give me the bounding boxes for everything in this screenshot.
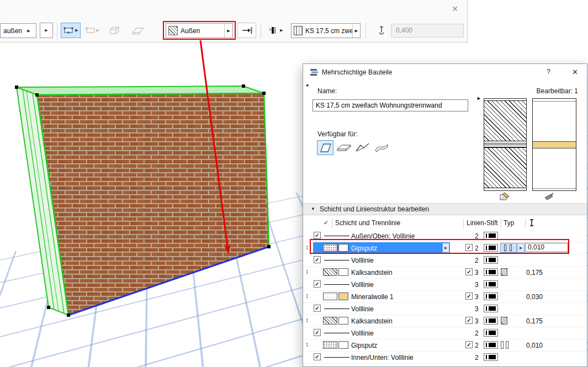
layer-surface-swatch[interactable]: [338, 341, 348, 349]
pen-checkbox[interactable]: ✓: [465, 244, 473, 251]
layer-surface-swatch[interactable]: [338, 292, 348, 300]
type-combo[interactable]: [500, 243, 517, 253]
type-popup-arrow-icon[interactable]: ▶: [517, 243, 525, 253]
pen-number: 3: [475, 269, 479, 276]
separator-line-row[interactable]: ✓Volllinie2: [303, 254, 587, 267]
favorites-combo[interactable]: außen ▶: [0, 23, 36, 38]
pen-checkbox[interactable]: ✓: [465, 292, 473, 300]
core-type-icon[interactable]: [501, 317, 507, 325]
dialog-titlebar[interactable]: Mehrschichtige Bauteile ? ✕: [303, 64, 587, 81]
layer-fill-swatch[interactable]: [323, 341, 337, 349]
fill-combo-value: Außen: [178, 27, 203, 35]
geometry-method-2-button[interactable]: ▶: [83, 23, 102, 38]
layer-fill-swatch[interactable]: [323, 244, 337, 252]
composite-name-input[interactable]: [312, 99, 468, 111]
drag-handle-icon[interactable]: ↕: [305, 341, 309, 348]
pen-number: 2: [475, 329, 479, 337]
dialog-title: Mehrschichtige Bauteile: [322, 68, 392, 76]
layer-row[interactable]: ↕Mineralwolle 1✓30,030: [303, 291, 587, 303]
pen-preview[interactable]: [484, 305, 498, 312]
available-wall-toggle[interactable]: [317, 140, 333, 155]
reference-line-button[interactable]: ▶: [265, 23, 287, 38]
row-label: Außen/Oben: Volllinie: [351, 232, 415, 240]
finish-type-icon[interactable]: [506, 341, 508, 349]
favorites-combo-arrow-icon: ▶: [25, 29, 33, 33]
wall-reference-icon: [269, 26, 279, 35]
geometry-method-button[interactable]: ▶: [61, 23, 81, 38]
line-type-sample: [324, 236, 349, 236]
toolbar-close-icon[interactable]: ✕: [452, 4, 458, 13]
orientation-button[interactable]: [237, 23, 256, 38]
separator-checkbox[interactable]: ✓: [314, 305, 321, 312]
fill-hatch-swatch-icon: [168, 26, 178, 35]
pen-preview[interactable]: [484, 329, 498, 337]
separator-line-row[interactable]: ✓Außen/Oben: Volllinie2: [303, 230, 587, 242]
composite-dialog: Mehrschichtige Bauteile ? ✕ ◄ Name: Bear…: [303, 63, 587, 367]
surface-trowel-icon: [544, 192, 554, 201]
wall-front-face[interactable]: [37, 93, 269, 315]
layer-row[interactable]: ↕Gipsputz▶✓2▶0,010: [303, 242, 587, 254]
pen-preview[interactable]: [484, 268, 498, 276]
available-shell-toggle[interactable]: [373, 140, 390, 155]
header-divider: [501, 219, 501, 228]
separator-checkbox[interactable]: ✓: [314, 329, 321, 336]
pen-thick-bar: [489, 294, 496, 299]
drag-handle-icon[interactable]: ↕: [305, 316, 309, 324]
layer-fill-swatch[interactable]: [323, 292, 337, 300]
layer-surface-swatch[interactable]: [338, 268, 348, 276]
fill-combo[interactable]: Außen ▶: [166, 23, 233, 38]
layer-surface-swatch[interactable]: [338, 317, 348, 325]
separator-line-row[interactable]: ✓Volllinie2: [303, 327, 587, 339]
separator-line-row[interactable]: ✓Volllinie3: [303, 303, 587, 315]
separator-checkbox[interactable]: ✓: [314, 353, 321, 360]
layer-fill-swatch[interactable]: [323, 268, 337, 276]
pen-checkbox[interactable]: ✓: [465, 268, 473, 275]
pen-thin-bar: [486, 318, 487, 323]
layer-fill-swatch[interactable]: [323, 317, 337, 325]
composite-combo[interactable]: KS 17,5 cm zweif... ▶: [291, 23, 361, 38]
header-divider: [525, 219, 526, 228]
core-type-icon[interactable]: [501, 268, 507, 276]
box-wall-button[interactable]: [105, 23, 124, 38]
fill-popup-arrow-icon[interactable]: ▶: [442, 243, 449, 253]
section-preview: [484, 98, 527, 191]
help-icon[interactable]: ?: [547, 68, 550, 76]
separator-checkbox[interactable]: ✓: [314, 232, 321, 239]
dialog-close-icon[interactable]: ✕: [572, 68, 578, 76]
separator-checkbox[interactable]: ✓: [314, 280, 321, 288]
pen-preview[interactable]: [484, 280, 498, 288]
pen-preview[interactable]: [484, 292, 498, 300]
layer-row[interactable]: ↕Gipsputz✓20,010: [303, 339, 587, 352]
pen-thin-bar: [486, 233, 487, 238]
layer-row[interactable]: ↕Kalksandstein✓30,175: [303, 315, 587, 327]
pen-thin-bar: [486, 294, 487, 299]
drag-handle-icon[interactable]: ↕: [305, 268, 309, 275]
pen-preview[interactable]: [484, 244, 498, 252]
thickness-input[interactable]: 0,010: [525, 243, 568, 252]
layer-surface-swatch[interactable]: [338, 244, 348, 252]
arrow-right-icon: ▶: [97, 28, 99, 33]
separator-line-row[interactable]: ✓Volllinie3: [303, 279, 587, 291]
offset-value-field[interactable]: 0,400: [391, 24, 464, 38]
finish-type-icon[interactable]: [501, 341, 504, 349]
pen-checkbox[interactable]: ✓: [465, 317, 473, 324]
pen-preview[interactable]: [484, 341, 498, 349]
pen-preview[interactable]: [484, 256, 498, 264]
section-header[interactable]: ▼ Schicht und Linienstruktur bearbeiten: [303, 203, 587, 215]
drag-handle-icon[interactable]: ↕: [305, 292, 309, 300]
pen-preview[interactable]: [484, 232, 498, 240]
separator-line-row[interactable]: ✓Innen/Unten: Volllinie2: [303, 352, 587, 364]
pen-preview[interactable]: [484, 353, 498, 361]
slanted-wall-button[interactable]: [127, 23, 149, 38]
panel-collapse-icon[interactable]: ◄: [305, 83, 309, 88]
favorites-expand-button[interactable]: ▶: [40, 23, 53, 38]
available-slab-toggle[interactable]: [336, 140, 352, 155]
header-divider: [332, 219, 332, 228]
available-roof-toggle[interactable]: [354, 140, 371, 155]
shell-shape-icon: [374, 141, 389, 155]
drag-handle-icon[interactable]: ↕: [305, 243, 309, 251]
separator-checkbox[interactable]: ✓: [314, 256, 321, 263]
pen-preview[interactable]: [484, 317, 498, 325]
pen-checkbox[interactable]: ✓: [465, 341, 473, 348]
layer-row[interactable]: ↕Kalksandstein✓30,175: [303, 267, 587, 279]
